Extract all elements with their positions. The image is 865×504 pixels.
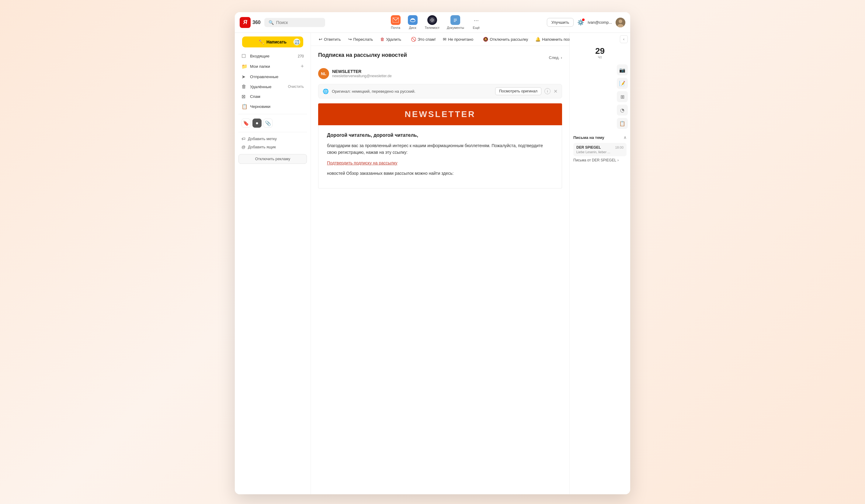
search-input[interactable]: [276, 20, 321, 25]
add-label-button[interactable]: 🏷 Добавить метку: [237, 135, 309, 143]
add-mailbox-button[interactable]: @ Добавить ящик: [237, 143, 309, 151]
nav-app-mail[interactable]: Почта: [391, 15, 401, 30]
sidebar-item-sent[interactable]: ➤ Отправленные: [237, 72, 309, 82]
thread-all-link[interactable]: Письма от DER SPIEGEL ›: [573, 158, 626, 162]
nav-app-docs[interactable]: Документы: [447, 15, 464, 30]
next-chevron: ›: [561, 55, 562, 60]
trash-clean[interactable]: Очистить: [288, 84, 304, 89]
disable-ads-button[interactable]: Отключить рекламу: [239, 154, 307, 164]
spam-icon: ⊠: [242, 94, 247, 99]
thread-time: 18:00: [615, 145, 623, 149]
remind-icon: 🔔: [535, 37, 541, 42]
filter-btn-attachment[interactable]: 📎: [263, 119, 273, 128]
collapse-panel-button[interactable]: ‹: [620, 35, 628, 43]
unsubscribe-icon: 🔕: [483, 37, 488, 42]
nav-apps: Почта Диск Телемост Документы: [329, 15, 543, 30]
nav-app-telemost[interactable]: Телемост: [425, 15, 440, 30]
spam-toolbar-icon: 🚫: [411, 37, 416, 42]
folders-label: Мои папки: [250, 64, 270, 69]
thread-preview: Liebe Leserin, lieber ...: [576, 150, 623, 154]
view-original-button[interactable]: Посмотреть оригинал: [495, 87, 541, 95]
translate-icon: 🌐: [323, 89, 329, 94]
docs-app-label: Документы: [447, 26, 464, 30]
right-panel-toggle: ‹: [570, 33, 630, 46]
sidebar-item-folders[interactable]: 📁 Мои папки +: [237, 61, 309, 72]
drafts-icon: 📋: [242, 104, 247, 109]
thread-item-1[interactable]: DER SPIEGEL 18:00 Liebe Leserin, lieber …: [573, 143, 626, 156]
search-bar[interactable]: 🔍: [264, 18, 325, 27]
nav-app-disk[interactable]: Диск: [408, 15, 418, 30]
spam-button[interactable]: 🚫 Это спам!: [408, 35, 439, 43]
sidebar-item-spam[interactable]: ⊠ Спам: [237, 92, 309, 102]
email-subject: Подписка на рассылку новостей: [318, 52, 407, 58]
svg-point-1: [410, 20, 415, 22]
unread-icon: ✉: [443, 37, 447, 42]
sender-info: NEWSLETTER newsletterverwaltung@newslett…: [332, 69, 392, 78]
thread-collapse-icon[interactable]: ∧: [623, 135, 626, 140]
thread-sender-name: DER SPIEGEL: [576, 145, 601, 150]
compose-button[interactable]: ✏️ Написать 🔄: [242, 36, 303, 47]
user-avatar[interactable]: [615, 17, 625, 27]
thread-header-label: Письма на тему: [573, 135, 604, 140]
upgrade-button[interactable]: Улучшить: [547, 18, 574, 27]
top-right: Улучшить ⚙️ ivan@comp...: [547, 17, 625, 27]
thread-header: Письма на тему ∧: [573, 135, 626, 140]
logo[interactable]: Я 360: [240, 17, 261, 28]
right-btn-grid[interactable]: ⊞: [617, 91, 628, 102]
telemost-app-label: Телемост: [425, 26, 440, 30]
search-icon: 🔍: [268, 20, 274, 25]
compose-icon: ✏️: [259, 39, 264, 44]
top-bar: Я 360 🔍 Почта Диск: [235, 12, 630, 33]
unsubscribe-label: Отключить рассылку: [490, 37, 528, 42]
folders-add-icon[interactable]: +: [300, 63, 304, 70]
inbox-icon: ☐: [242, 53, 247, 59]
svg-point-4: [431, 20, 433, 21]
sent-label: Отправленные: [250, 74, 278, 79]
forward-icon: ↪: [348, 37, 352, 42]
next-email-button[interactable]: След. ›: [549, 55, 562, 60]
sidebar-item-inbox[interactable]: ☐ Входящие 270: [237, 51, 309, 61]
sidebar-divider-1: [239, 114, 307, 114]
email-subject-row: Подписка на рассылку новостей След. ›: [318, 52, 562, 63]
filter-btn-bookmark[interactable]: 🔖: [242, 119, 251, 128]
unsubscribe-button[interactable]: 🔕 Отключить рассылку: [480, 35, 531, 43]
sidebar-item-trash[interactable]: 🗑 Удалённые Очистить: [237, 82, 309, 92]
filter-row: 🔖 ● 📎: [237, 117, 309, 129]
right-btn-calendar[interactable]: 📋: [617, 118, 628, 129]
svg-rect-8: [454, 21, 455, 22]
mail-app-label: Почта: [391, 26, 400, 30]
day-number: 29: [570, 47, 630, 55]
next-label: След.: [549, 55, 560, 60]
browser-window: Я 360 🔍 Почта Диск: [235, 12, 630, 494]
date-display: 29 Чт: [570, 46, 630, 62]
filter-btn-unread[interactable]: ●: [252, 119, 262, 128]
email-panel: ↩ Ответить ↪ Переслать 🗑 Удалить 🚫 Это с…: [311, 33, 569, 494]
docs-app-icon: [450, 15, 460, 25]
add-mailbox-text: Добавить ящик: [248, 145, 276, 149]
delete-button[interactable]: 🗑 Удалить: [377, 35, 404, 43]
mail-app-icon: [391, 15, 401, 25]
email-body-paragraph2: новостей Обзор заказанных вами рассылок …: [327, 170, 553, 177]
disk-app-icon: [408, 15, 418, 25]
disk-app-label: Диск: [409, 26, 416, 30]
email-greeting: Дорогой читатель, дорогой читатель,: [327, 132, 553, 138]
forward-button[interactable]: ↪ Переслать: [345, 35, 376, 43]
svg-rect-6: [454, 19, 457, 20]
sidebar: ✏️ Написать 🔄 ☐ Входящие 270 📁 Мои папки…: [235, 33, 311, 494]
remind-button[interactable]: 🔔 Напомнить позже ▾: [532, 35, 569, 43]
right-btn-chart[interactable]: ◔: [617, 105, 628, 116]
translation-info-icon[interactable]: i: [544, 88, 551, 94]
delete-icon: 🗑: [380, 37, 384, 42]
right-btn-photo[interactable]: 📷: [617, 65, 628, 75]
reply-button[interactable]: ↩ Ответить: [316, 35, 344, 43]
nav-app-more[interactable]: ··· Ещё: [471, 15, 481, 30]
translation-close-button[interactable]: ✕: [554, 89, 557, 94]
confirm-subscription-link[interactable]: Подтвердить подписку на рассылку: [327, 161, 397, 165]
email-sender-row: NL NEWSLETTER newsletterverwaltung@newsl…: [318, 68, 562, 79]
main-layout: ✏️ Написать 🔄 ☐ Входящие 270 📁 Мои папки…: [235, 33, 630, 494]
user-email-label[interactable]: ivan@comp...: [588, 20, 612, 25]
refresh-icon[interactable]: 🔄: [293, 39, 300, 45]
right-btn-notes[interactable]: 📝: [617, 78, 628, 89]
sidebar-item-drafts[interactable]: 📋 Черновики: [237, 102, 309, 112]
unread-button[interactable]: ✉ Не прочитано: [440, 35, 476, 43]
